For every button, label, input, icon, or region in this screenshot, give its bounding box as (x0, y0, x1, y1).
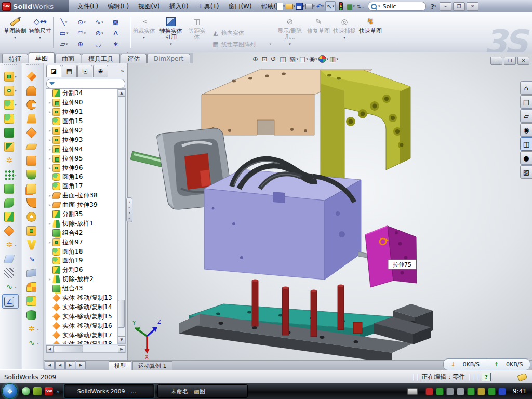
scroll-left-button[interactable]: ◀ (46, 345, 54, 353)
taskbar-window-button[interactable]: 未命名 - 画图 (157, 384, 248, 398)
doc-close-button[interactable]: ✕ (517, 57, 529, 65)
feature-tree-item[interactable]: 圆角15 (46, 117, 125, 126)
menu-item[interactable]: 编辑(E) (103, 1, 134, 12)
feature-tree-item[interactable]: 实体-移动/复制16 (46, 321, 125, 330)
start-button[interactable]: ❖ (2, 383, 18, 399)
toolbar-grip[interactable] (4, 64, 17, 69)
linear-sketch-pattern-button[interactable]: ▦线性草图阵列▾ (210, 38, 271, 50)
menu-item[interactable]: 视图(V) (134, 1, 165, 12)
feature-tree-item[interactable]: 切除-放样1 (46, 219, 125, 228)
feature-tree-item[interactable]: 实体-移动/复制17 (46, 330, 125, 340)
feature-tool-button[interactable]: ▾ (3, 98, 18, 111)
menu-item[interactable]: 工具(T) (193, 1, 224, 12)
offset-entities-button[interactable]: ◫ 等距实体 (186, 14, 208, 50)
doc-minimize-button[interactable]: – (490, 57, 502, 65)
feature-tool-button[interactable]: ▾ (3, 84, 18, 97)
quicklaunch-chevron[interactable]: » (56, 388, 60, 395)
solidworks-resources[interactable]: ◉ (520, 123, 532, 137)
toolbar-grip[interactable] (26, 64, 39, 69)
mirror-entities-button[interactable]: ◭镜向实体 (210, 27, 271, 38)
more-commands-button[interactable]: ⇅.. (356, 2, 365, 11)
rebuild-button[interactable] (336, 2, 345, 11)
zoom-area[interactable]: ⊡▾ (261, 55, 269, 63)
panel-splitter-handle[interactable]: ◂▸◂▸ (126, 197, 132, 222)
feature-tree-item[interactable]: 实体-移动/复制18 (46, 340, 125, 344)
select-tool-button[interactable]: ↖▾ (325, 1, 336, 11)
tab-nav-button[interactable]: ▶ (76, 361, 86, 369)
ribbon-tab[interactable]: 模具工具 (82, 54, 120, 63)
file-explorer[interactable]: ▱ (520, 109, 532, 123)
quicklaunch-solidworks-icon[interactable]: SW (45, 387, 53, 395)
home[interactable]: ⌂ (520, 81, 532, 95)
surface-tool-button[interactable]: ▾ (25, 182, 41, 195)
feature-tree-item[interactable]: 分割36 (46, 265, 125, 275)
open-button[interactable]: ▾ (286, 2, 295, 11)
antivirus-shield[interactable] (425, 388, 433, 395)
repair-sketch-button[interactable]: ✎ 修复草图 (307, 14, 330, 50)
surface-tool-button[interactable]: ▾ (25, 126, 41, 139)
search-box[interactable]: ▾ (368, 2, 426, 11)
surface-tool-button[interactable]: ▾ (25, 154, 41, 167)
save-button[interactable]: ▾ (296, 2, 305, 11)
vertical-scroll-thumb[interactable] (118, 300, 125, 328)
feature-tool-button[interactable]: ▾ (3, 210, 18, 223)
dimxpertmanager-tab[interactable]: ⊕ (93, 65, 108, 77)
circle-tool[interactable]: ⊙▾ (73, 17, 90, 28)
sync-status[interactable] (498, 388, 506, 395)
arc-tool[interactable]: ◠▾ (73, 28, 90, 38)
ribbon-tab[interactable]: DimXpert (147, 54, 190, 63)
surface-tool-button[interactable]: ▾ (25, 70, 41, 83)
feature-tool-button[interactable]: ▾ (3, 196, 18, 209)
text-tool[interactable]: A▾ (108, 28, 126, 38)
feature-tool-button[interactable]: ▾ (3, 280, 18, 294)
horizontal-scroll-thumb[interactable] (54, 345, 83, 352)
appearances[interactable]: ▾ (318, 55, 329, 63)
surface-tool-button[interactable]: ▾ (25, 224, 41, 237)
quicklaunch-app-icon[interactable] (33, 387, 42, 395)
sketch-button[interactable]: 草图绘制▾ (3, 14, 27, 50)
quicklaunch-messenger-icon[interactable] (22, 387, 30, 395)
view-palette[interactable]: ◫ (520, 137, 532, 151)
feature-tree-item[interactable]: 圆角17 (46, 182, 125, 191)
minimize-button[interactable]: – (440, 2, 451, 11)
quick-snaps-button[interactable]: ◎ 快速捕捉▾ (332, 14, 356, 50)
surface-tool-button[interactable]: ▾ (25, 252, 41, 265)
download-arrow[interactable] (467, 388, 475, 395)
previous-view[interactable]: ↺▾ (271, 55, 278, 63)
tag-icon[interactable] (517, 373, 527, 381)
feature-tree-item[interactable]: 拉伸94 (46, 144, 125, 154)
surface-tool-button[interactable]: ▾ (25, 140, 41, 153)
taskbar-window-button[interactable]: SolidWorks 2009 - ... (64, 384, 154, 398)
display-style[interactable]: ▤▾ (299, 55, 308, 63)
status-help-icon[interactable]: ? (482, 373, 491, 381)
feature-tree-item[interactable]: 曲面-拉伸39 (46, 201, 125, 210)
feature-tree-item[interactable]: 圆角19 (46, 256, 125, 265)
expand-arrow-icon[interactable] (47, 156, 52, 161)
search-input[interactable] (382, 3, 415, 10)
tree-filter-box[interactable] (46, 79, 125, 88)
new-document-button[interactable]: ▾ (276, 2, 285, 11)
ribbon-tab[interactable]: 曲面 (55, 54, 81, 63)
feature-tool-button[interactable]: ▾ (3, 266, 18, 280)
feature-tree-item[interactable]: 实体-移动/复制15 (46, 312, 125, 321)
ribbon-tab[interactable]: 草图 (29, 52, 55, 63)
document-tab[interactable]: 运动算例 1 (132, 361, 172, 370)
expand-arrow-icon[interactable] (47, 138, 52, 142)
feature-tree-item[interactable]: 拉伸92 (46, 126, 125, 136)
restore-button[interactable]: ❐ (453, 2, 465, 11)
expand-arrow-icon[interactable] (47, 147, 52, 152)
convert-entities-button[interactable]: 转换实体引用▾ (157, 14, 184, 50)
close-button[interactable]: ✕ (467, 2, 478, 11)
feature-tree-item[interactable]: 拉伸96 (46, 163, 125, 172)
surface-tool-button[interactable]: ▾ (25, 308, 41, 322)
point-tool[interactable]: ∗▾ (108, 38, 126, 49)
expand-arrow-icon[interactable] (47, 166, 52, 170)
menu-item[interactable]: 文件(F) (73, 1, 103, 12)
feature-tree-item[interactable]: 圆角18 (46, 247, 125, 256)
spline-tool[interactable]: ∿▾ (90, 17, 108, 28)
feature-tree-item[interactable]: 分割34 (46, 89, 125, 98)
scroll-right-button[interactable]: ▶ (118, 345, 125, 353)
appearances-sphere[interactable]: ● (520, 151, 532, 165)
feature-tree-item[interactable]: 组合42 (46, 228, 125, 237)
feature-tool-button[interactable]: ▾ (3, 252, 18, 265)
